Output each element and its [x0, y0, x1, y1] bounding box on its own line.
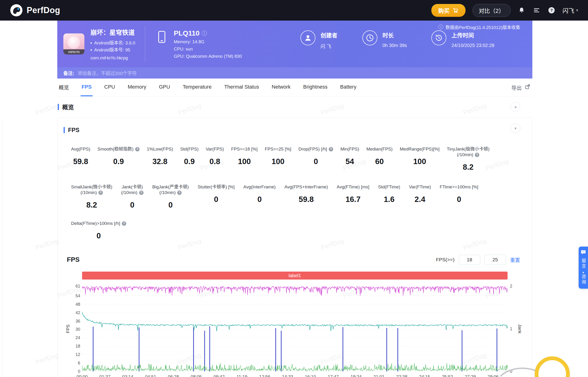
fps-threshold-high-input[interactable] — [484, 255, 506, 265]
tab-memory[interactable]: Memory — [127, 79, 147, 96]
metric-label: SmallJank(微小卡顿) — [71, 184, 112, 190]
metric-median-fps: Median(FPS)60 — [366, 146, 393, 172]
info-icon[interactable]: ? — [329, 147, 333, 152]
compare-button[interactable]: 对比（2） — [472, 4, 511, 17]
watermark-text: PerfDog — [35, 237, 60, 251]
metric-avg-ftime-ms: Avg(FTime) [ms]16.7 — [337, 184, 369, 209]
metric-tinyjank: TinyJank(极微小卡顿)(/10min)?8.2 — [447, 146, 490, 172]
x-tick: 08:05 — [191, 374, 202, 377]
metric-value: 54 — [340, 157, 359, 166]
info-icon[interactable]: ? — [177, 190, 182, 195]
metric-label: Var(FTime) — [409, 184, 431, 190]
info-icon[interactable]: ? — [139, 190, 144, 195]
metric-stutter: Stutter(卡顿率) [%]0 — [198, 184, 235, 209]
fps-collapse-button[interactable]: ▾ — [511, 123, 520, 133]
metric-label: Avg(FPS) — [71, 146, 90, 152]
x-tick: 27:29 — [465, 374, 476, 377]
left-divider — [2, 118, 2, 377]
buy-button[interactable]: 购买 — [431, 4, 466, 17]
info-icon[interactable]: ? — [122, 221, 126, 226]
metric-label: FPS>=18 [%] — [231, 146, 258, 152]
x-tick: 03:14 — [122, 374, 133, 377]
info-icon[interactable]: ? — [475, 153, 479, 157]
upload-time-label: 上传时间 — [451, 31, 494, 39]
x-tick: 12:56 — [259, 374, 271, 377]
metric-min-fps: Min(FPS)54 — [340, 146, 359, 172]
metric-jank: Jank(卡顿)(/10min)?0 — [121, 184, 144, 209]
y-tick-right: 2 — [510, 284, 512, 289]
tab-temperature[interactable]: Temperature — [182, 79, 213, 96]
tab-network[interactable]: Network — [271, 79, 291, 96]
y-tick-left: 36 — [75, 318, 80, 323]
metric-label: TinyJank(极微小卡顿) — [447, 146, 490, 152]
y-axis-right-title: Jank — [517, 324, 522, 333]
fps-metrics-row-3: Delta(FTime)>100ms [/h]?0 — [71, 221, 532, 240]
chevron-down-icon: ▾ — [576, 8, 578, 13]
tab-overview[interactable]: 概览 — [58, 79, 70, 96]
overview-section-header: 概览 ◂ — [57, 98, 532, 115]
region-label-bar[interactable]: label1 — [82, 271, 508, 280]
duration-block: 时长 0h 30m 39s — [362, 30, 407, 48]
metric-value: 100 — [231, 157, 258, 166]
info-icon[interactable]: ? — [135, 147, 140, 152]
tab-brightness[interactable]: Brightness — [302, 79, 328, 96]
metric-value: 2.4 — [409, 195, 431, 204]
metric-value: 59.8 — [285, 195, 328, 204]
help-icon[interactable]: ? — [548, 6, 555, 14]
info-icon[interactable]: ? — [98, 190, 103, 195]
fps-threshold-low-input[interactable] — [459, 255, 480, 265]
metric-label: Avg(FPS+InterFrame) — [285, 184, 328, 190]
metric-label: Stutter(卡顿率) [%] — [198, 184, 235, 190]
notification-bell-icon[interactable] — [518, 6, 526, 14]
tab-fps[interactable]: FPS — [81, 79, 93, 96]
android-version-code: Android版本号: 95 — [90, 47, 135, 54]
tab-battery[interactable]: Battery — [339, 79, 358, 96]
note-label: 备注: — [63, 70, 74, 76]
info-icon: i — [438, 24, 443, 29]
overview-collapse-button[interactable]: ◂ — [510, 102, 520, 112]
export-button[interactable]: 导出 — [511, 79, 530, 96]
y-tick-left: 30 — [75, 327, 80, 332]
metric-label: Std(FTime) — [378, 184, 400, 190]
duration-value: 0h 30m 39s — [383, 43, 407, 48]
menu-icon[interactable] — [533, 6, 540, 14]
metric-std-fps: Std(FPS)0.9 — [180, 146, 199, 172]
metric-value: 0.9 — [97, 157, 140, 166]
tab-gpu[interactable]: GPU — [158, 79, 171, 96]
metric-label: Drop(FPS) [/h]? — [299, 146, 333, 152]
note-input-placeholder[interactable]: 添加备注，不超过200个字符 — [78, 70, 137, 76]
float-tab-message[interactable]: 留言 — [580, 258, 587, 269]
metric-value: 8.2 — [71, 200, 112, 209]
fps-metrics-row-2: SmallJank(微小卡顿)(/10min)?8.2Jank(卡顿)(/10m… — [71, 184, 478, 209]
data-source-note: i 数据由PerfDog(11.4.251012)版本收集 — [438, 24, 520, 30]
y-tick-left: 6 — [78, 361, 80, 365]
y-tick-left: 42 — [75, 310, 80, 315]
export-label: 导出 — [511, 84, 522, 91]
mascot-sticker — [535, 356, 570, 377]
metric-var-ftime: Var(FTime)2.4 — [409, 184, 431, 209]
y-tick-left: 18 — [75, 344, 80, 349]
x-axis: 00:0001:3703:1404:5106:2808:0509:4211:19… — [82, 371, 508, 377]
bullet-icon — [90, 49, 92, 51]
user-menu[interactable]: 闪飞 ▾ — [563, 6, 578, 14]
y-tick-left: 0 — [78, 369, 80, 374]
metric-label: Avg(FTime) [ms] — [337, 184, 369, 190]
tab-thermal-status[interactable]: Thermal Status — [223, 79, 260, 96]
metric-label: Var(FPS) — [206, 146, 224, 152]
metric-label: MedRange(FPS)[%] — [400, 146, 440, 152]
device-info-icon[interactable]: i — [202, 31, 207, 36]
metric-label: FTime>=100ms [%] — [440, 184, 478, 190]
tab-cpu[interactable]: CPU — [103, 79, 116, 96]
fps-panel-title: FPS — [68, 127, 80, 133]
metric-avg-fps-interframe: Avg(FPS+InterFrame)59.8 — [285, 184, 328, 209]
header-divider — [145, 26, 145, 62]
fps-chart-title: FPS — [67, 256, 80, 263]
float-tab-consult[interactable]: 咨询 — [580, 274, 587, 285]
contact-float-widget[interactable]: 留言 咨询 — [579, 247, 588, 289]
chart-plot-area[interactable] — [82, 286, 508, 371]
metric-label: FPS>=25 [%] — [265, 146, 291, 152]
reset-link[interactable]: 重置 — [510, 256, 520, 263]
metric-tab-bar: 概览FPSCPUMemoryGPUTemperatureThermal Stat… — [57, 79, 532, 96]
note-bar[interactable]: 备注: 添加备注，不超过200个字符 — [57, 67, 532, 79]
y-tick-left: 12 — [75, 352, 80, 357]
